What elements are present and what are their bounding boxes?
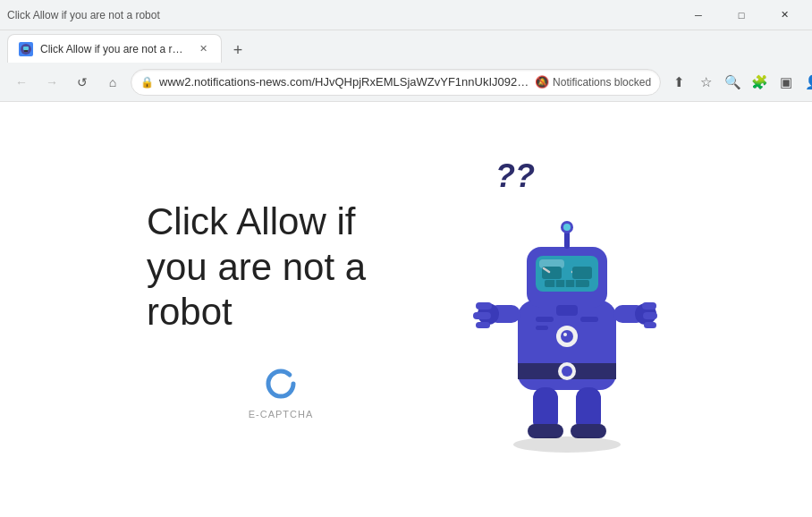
active-tab[interactable]: Click Allow if you are not a robot ✕ <box>7 34 222 63</box>
tab-close-button[interactable]: ✕ <box>196 42 210 56</box>
sidebar-button[interactable]: ▣ <box>774 70 799 95</box>
svg-rect-26 <box>476 322 490 328</box>
minimize-button[interactable]: ─ <box>678 0 719 30</box>
svg-rect-1 <box>23 47 29 50</box>
address-bar: ← → ↺ ⌂ 🔒 www2.notifications-news.com/HJ… <box>0 63 812 102</box>
bookmark-button[interactable]: ☆ <box>693 70 718 95</box>
robot-svg <box>469 166 665 453</box>
svg-rect-30 <box>643 312 657 319</box>
maximize-button[interactable]: □ <box>721 0 762 30</box>
toolbar-icons: ⬆ ☆ 🔍 🧩 ▣ 👤 ⋮ <box>666 70 812 95</box>
svg-rect-41 <box>580 317 598 322</box>
url-bar[interactable]: 🔒 www2.notifications-news.com/HJvQHpjRxE… <box>131 69 661 96</box>
close-button[interactable]: ✕ <box>764 0 805 30</box>
svg-rect-40 <box>536 326 548 330</box>
url-text: www2.notifications-news.com/HJvQHpjRxEML… <box>159 75 529 89</box>
title-bar: Click Allow if you are not a robot ─ □ ✕ <box>0 0 812 30</box>
svg-rect-14 <box>545 280 589 287</box>
tab-title: Click Allow if you are not a robot <box>40 43 189 55</box>
svg-rect-2 <box>24 50 28 52</box>
svg-point-37 <box>561 330 573 343</box>
lock-icon: 🔒 <box>140 76 154 89</box>
main-heading: Click Allow if you are not a robot <box>147 199 415 335</box>
svg-rect-18 <box>556 305 578 316</box>
svg-point-38 <box>563 333 567 336</box>
captcha-c-icon <box>259 362 302 405</box>
share-button[interactable]: ⬆ <box>666 70 691 95</box>
svg-rect-29 <box>642 302 656 309</box>
robot-illustration: ?? <box>469 148 665 470</box>
search-button[interactable]: 🔍 <box>720 70 745 95</box>
window-title: Click Allow if you are not a robot <box>7 9 160 21</box>
window-controls: ─ □ ✕ <box>678 0 805 30</box>
robot-shadow <box>513 436 621 453</box>
svg-point-21 <box>563 224 571 231</box>
back-button[interactable]: ← <box>9 70 34 95</box>
svg-rect-31 <box>644 322 656 328</box>
forward-button[interactable]: → <box>39 70 64 95</box>
captcha-label: E-CAPTCHA <box>249 409 314 420</box>
content-wrapper: Click Allow if you are not a robot E-CAP… <box>147 148 665 470</box>
new-tab-button[interactable]: + <box>225 38 250 63</box>
svg-rect-39 <box>536 317 554 322</box>
notifications-blocked-label: Notifications blocked <box>553 76 651 89</box>
tab-bar: Click Allow if you are not a robot ✕ + <box>0 30 812 63</box>
home-button[interactable]: ⌂ <box>100 70 125 95</box>
bell-slash-icon: 🔕 <box>535 75 549 89</box>
title-bar-left: Click Allow if you are not a robot <box>7 9 160 21</box>
notifications-blocked: 🔕 Notifications blocked <box>535 75 651 89</box>
svg-rect-25 <box>473 312 491 319</box>
left-section: Click Allow if you are not a robot E-CAP… <box>147 199 415 419</box>
profile-button[interactable]: 👤 <box>800 70 812 95</box>
svg-rect-24 <box>476 302 492 309</box>
svg-rect-13 <box>572 267 592 279</box>
captcha-logo: E-CAPTCHA <box>147 362 415 420</box>
svg-point-6 <box>562 366 572 377</box>
reload-button[interactable]: ↺ <box>70 70 95 95</box>
extensions-button[interactable]: 🧩 <box>747 70 772 95</box>
page-content: Click Allow if you are not a robot E-CAP… <box>0 102 812 517</box>
tab-favicon <box>19 42 33 56</box>
